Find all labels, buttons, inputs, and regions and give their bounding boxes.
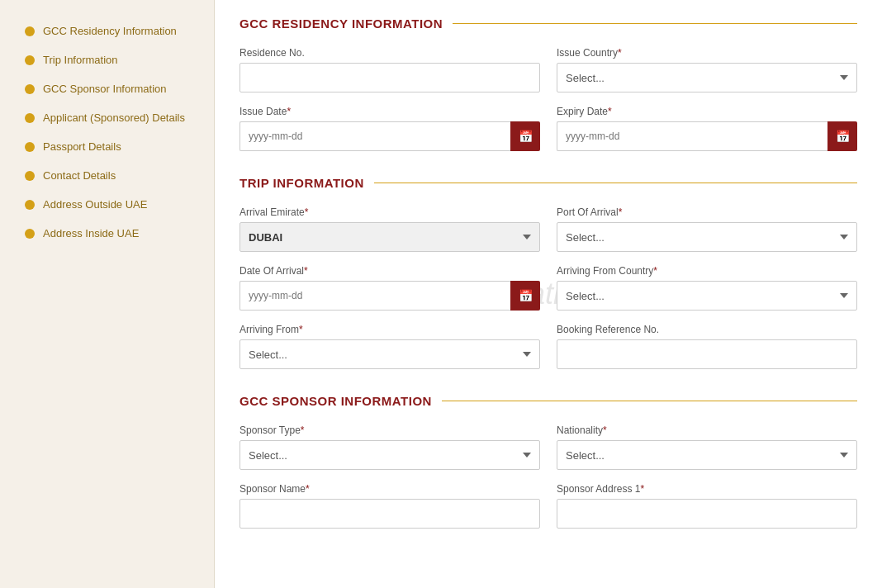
form-group-arriving-from-country: Arriving From Country* Select... [557, 265, 857, 311]
date-group-expiry: 📅 [557, 121, 857, 151]
label-port-of-arrival: Port Of Arrival* [557, 206, 857, 218]
sidebar-item-gcc-sponsor[interactable]: GCC Sponsor Information [25, 83, 197, 95]
sidebar-item-contact-details[interactable]: Contact Details [25, 169, 197, 182]
select-issue-country[interactable]: Select... [557, 63, 857, 92]
select-sponsor-type[interactable]: Select... [239, 440, 540, 470]
label-arrival-emirate: Arrival Emirate* [239, 206, 540, 218]
select-arriving-from-country[interactable]: Select... [557, 281, 857, 311]
input-sponsor-name[interactable] [239, 499, 540, 529]
input-issue-date[interactable] [239, 121, 510, 151]
section-gcc-sponsor: GCC SPONSOR INFORMATION Sponsor Type* Se… [239, 394, 857, 529]
label-date-of-arrival: Date Of Arrival* [239, 265, 540, 277]
label-sponsor-name: Sponsor Name* [239, 483, 540, 495]
section-divider [453, 23, 857, 24]
calendar-icon: 📅 [519, 130, 533, 143]
input-booking-ref[interactable] [557, 339, 857, 369]
sidebar-label: Passport Details [43, 140, 121, 153]
form-row-sponsor-type: Sponsor Type* Select... Nationality* Sel… [239, 424, 857, 470]
sidebar: GCC Residency Information Trip Informati… [0, 0, 215, 588]
form-row-arrival: Arrival Emirate* DUBAI Port Of Arrival* … [239, 206, 857, 252]
sidebar-label: GCC Sponsor Information [43, 83, 167, 95]
dot-icon [25, 229, 35, 239]
form-group-arriving-from: Arriving From* Select... [239, 324, 540, 369]
sidebar-label: Applicant (Sponsored) Details [43, 111, 185, 124]
dot-icon [25, 171, 35, 181]
dot-icon [25, 26, 35, 36]
sidebar-label: GCC Residency Information [43, 25, 177, 37]
dot-icon [25, 200, 35, 210]
section-header-sponsor: GCC SPONSOR INFORMATION [239, 394, 857, 408]
calendar-button-arrival[interactable]: 📅 [510, 281, 540, 311]
label-nationality: Nationality* [557, 424, 857, 436]
sidebar-item-address-outside[interactable]: Address Outside UAE [25, 198, 197, 211]
section-title-gcc-residency: GCC RESIDENCY INFORMATION [239, 17, 443, 31]
section-gcc-residency: GCC RESIDENCY INFORMATION Residence No. … [239, 17, 857, 151]
form-group-arrival-emirate: Arrival Emirate* DUBAI [239, 206, 540, 252]
select-arrival-emirate[interactable]: DUBAI [239, 222, 540, 252]
section-divider [374, 183, 857, 183]
form-group-sponsor-address: Sponsor Address 1* [557, 483, 857, 529]
input-expiry-date[interactable] [557, 121, 827, 151]
form-group-sponsor-type: Sponsor Type* Select... [239, 424, 540, 470]
form-group-expiry-date: Expiry Date* 📅 [557, 106, 857, 151]
sidebar-label: Address Inside UAE [43, 227, 139, 239]
section-trip-information: TRIP INFORMATION Arrival Emirate* DUBAI … [239, 176, 857, 369]
form-row-date-arrival: Date Of Arrival* 📅 Arriving From Country… [239, 265, 857, 311]
calendar-button-issue[interactable]: 📅 [510, 121, 540, 151]
label-sponsor-address: Sponsor Address 1* [557, 483, 857, 495]
label-issue-date: Issue Date* [239, 106, 540, 117]
dot-icon [25, 55, 35, 65]
select-nationality[interactable]: Select... [557, 440, 857, 470]
section-title-sponsor: GCC SPONSOR INFORMATION [239, 394, 432, 408]
sidebar-label: Contact Details [43, 169, 116, 182]
sidebar-label: Trip Information [43, 54, 118, 66]
form-row-residence: Residence No. Issue Country* Select... [239, 47, 857, 92]
calendar-icon: 📅 [836, 130, 850, 143]
form-group-port-of-arrival: Port Of Arrival* Select... [557, 206, 857, 252]
form-group-issue-date: Issue Date* 📅 [239, 106, 540, 151]
main-content: saudiexpatnews.com GCC RESIDENCY INFORMA… [215, 0, 882, 588]
section-divider [442, 401, 857, 401]
section-header-gcc-residency: GCC RESIDENCY INFORMATION [239, 17, 857, 31]
dot-icon [25, 142, 35, 152]
label-booking-ref: Booking Reference No. [557, 324, 857, 335]
date-group-arrival: 📅 [239, 281, 540, 311]
form-row-arriving-from: Arriving From* Select... Booking Referen… [239, 324, 857, 369]
dot-icon [25, 113, 35, 123]
form-group-residence-no: Residence No. [239, 47, 540, 92]
sidebar-item-trip-information[interactable]: Trip Information [25, 54, 197, 66]
label-arriving-from: Arriving From* [239, 324, 540, 335]
input-sponsor-address[interactable] [557, 499, 857, 529]
calendar-icon: 📅 [519, 289, 533, 302]
sidebar-item-passport-details[interactable]: Passport Details [25, 140, 197, 153]
label-sponsor-type: Sponsor Type* [239, 424, 540, 436]
form-row-dates: Issue Date* 📅 Expiry Date* [239, 106, 857, 151]
form-group-sponsor-name: Sponsor Name* [239, 483, 540, 529]
select-port-of-arrival[interactable]: Select... [557, 222, 857, 252]
form-group-date-of-arrival: Date Of Arrival* 📅 [239, 265, 540, 311]
form-group-nationality: Nationality* Select... [557, 424, 857, 470]
label-expiry-date: Expiry Date* [557, 106, 857, 117]
label-arriving-from-country: Arriving From Country* [557, 265, 857, 277]
sidebar-label: Address Outside UAE [43, 198, 147, 211]
form-row-sponsor-name-address: Sponsor Name* Sponsor Address 1* [239, 483, 857, 529]
form-group-booking-ref: Booking Reference No. [557, 324, 857, 369]
sidebar-item-address-inside[interactable]: Address Inside UAE [25, 227, 197, 239]
input-residence-no[interactable] [239, 63, 540, 92]
section-title-trip: TRIP INFORMATION [239, 176, 364, 190]
date-group-issue: 📅 [239, 121, 540, 151]
sidebar-item-gcc-residency[interactable]: GCC Residency Information [25, 25, 197, 37]
label-issue-country: Issue Country* [557, 47, 857, 59]
sidebar-item-applicant-details[interactable]: Applicant (Sponsored) Details [25, 111, 197, 124]
section-header-trip: TRIP INFORMATION [239, 176, 857, 190]
form-group-issue-country: Issue Country* Select... [557, 47, 857, 92]
dot-icon [25, 84, 35, 94]
select-arriving-from[interactable]: Select... [239, 339, 540, 369]
input-date-of-arrival[interactable] [239, 281, 510, 311]
label-residence-no: Residence No. [239, 47, 540, 59]
calendar-button-expiry[interactable]: 📅 [827, 121, 857, 151]
